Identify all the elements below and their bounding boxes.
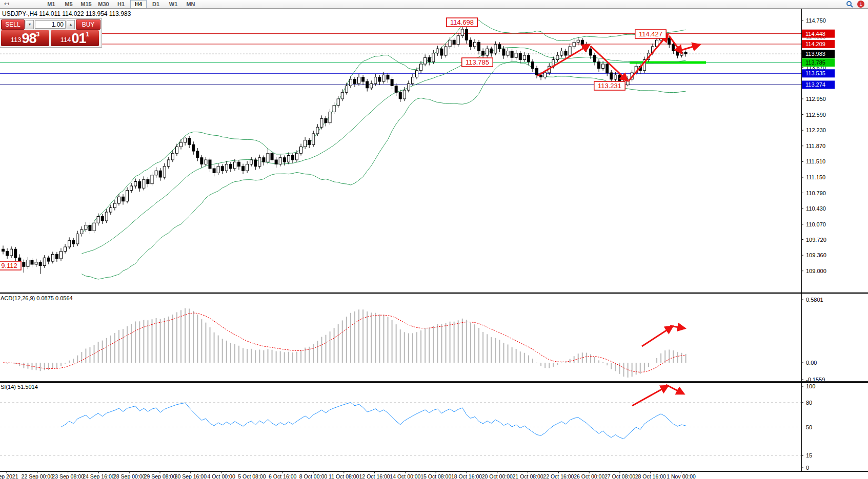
time-tick-label[interactable]: 30 Sep 16:00 <box>175 473 207 479</box>
candle-body <box>51 254 54 261</box>
candle-body <box>424 57 427 64</box>
bid-price-display[interactable]: 113 98 3 <box>1 30 49 46</box>
time-tick-label[interactable]: 26 Oct 00:00 <box>574 473 604 479</box>
price-tick-label: 111.510 <box>806 158 825 164</box>
macd-label: ACD(12,26,9) 0.0875 0.0564 <box>1 295 73 301</box>
candle-body <box>337 99 339 106</box>
candle-body <box>469 40 472 47</box>
time-tick-label[interactable]: 22 Sep 00:00 <box>22 473 54 479</box>
sell-button[interactable]: SELL <box>1 19 25 30</box>
chart-canvas[interactable]: 114.698114.427113.785113.2319.112114.750… <box>0 0 868 479</box>
candle-body <box>246 164 249 171</box>
candle-body <box>188 138 191 145</box>
price-tick-label: 110.790 <box>806 190 826 196</box>
candle-body <box>395 86 397 93</box>
time-tick-label[interactable]: 24 Sep 16:00 <box>83 473 115 479</box>
time-tick-label[interactable]: 28 Sep 00:00 <box>113 473 146 479</box>
time-tick-label[interactable]: 6 Oct 16:00 <box>269 473 296 479</box>
time-tick-label[interactable]: 28 Oct 16:00 <box>635 473 666 479</box>
time-tick-label[interactable]: 5 Oct 08:00 <box>238 473 266 479</box>
candle-body <box>225 164 228 171</box>
buy-button[interactable]: BUY <box>76 19 100 30</box>
time-tick-label[interactable]: 12 Oct 16:00 <box>359 473 390 479</box>
candle-body <box>358 77 360 84</box>
price-tick-label: 109.000 <box>806 268 826 274</box>
rsi-tick-label: 0 <box>806 465 809 471</box>
candle-body <box>72 240 75 244</box>
candle-body <box>445 47 447 55</box>
candle-body <box>403 90 406 99</box>
candle-body <box>155 171 157 175</box>
time-tick-label[interactable]: 1 Nov 00:00 <box>667 473 696 479</box>
price-tick-label: 112.590 <box>806 112 826 118</box>
candle-body <box>482 51 485 56</box>
macd-tick-label: 0.5801 <box>806 297 823 303</box>
candle-body <box>416 71 418 77</box>
volume-decrease-button[interactable]: ▼ <box>26 20 34 29</box>
candle-body <box>175 147 178 154</box>
candle-body <box>684 52 687 54</box>
candle-body <box>461 29 463 36</box>
time-tick-label[interactable]: 29 Sep 08:00 <box>144 473 176 479</box>
time-tick-label[interactable]: 8 Oct 00:00 <box>299 473 327 479</box>
candle-body <box>31 260 33 265</box>
candle-body <box>109 208 112 213</box>
time-tick-label[interactable]: 15 Oct 08:00 <box>420 473 451 479</box>
rsi-tick-label: 15 <box>806 452 812 459</box>
price-badge-label: 113.535 <box>805 70 825 76</box>
price-badge-label: 113.983 <box>805 51 825 57</box>
price-flag-text: 114.427 <box>639 30 662 38</box>
candle-body <box>353 79 356 84</box>
candle-body <box>411 77 414 84</box>
candle-body <box>221 166 224 171</box>
candle-body <box>134 182 137 186</box>
time-tick-label[interactable]: 27 Oct 08:00 <box>604 473 635 479</box>
candle-body <box>229 164 232 169</box>
candle-body <box>527 55 530 62</box>
candle-body <box>498 45 501 49</box>
mt4-terminal: { "toolbar": { "new_order_label": "新订单",… <box>0 0 868 479</box>
volume-input[interactable] <box>35 20 66 29</box>
candle-body <box>606 64 609 73</box>
time-tick-label[interactable]: 18 Oct 16:00 <box>451 473 482 479</box>
candle-body <box>391 79 393 86</box>
bid-point: 3 <box>36 32 40 37</box>
candle-body <box>465 29 468 40</box>
candle-body <box>374 77 377 84</box>
candle-body <box>85 225 87 230</box>
candle-body <box>237 162 240 166</box>
time-tick-label[interactable]: 4 Oct 00:00 <box>207 473 235 479</box>
candle-body <box>531 62 534 69</box>
bid-figure: 113 <box>11 35 22 45</box>
volume-increase-button[interactable]: ▲ <box>67 20 75 29</box>
candle-body <box>672 45 675 51</box>
time-tick-label[interactable]: 14 Oct 00:00 <box>390 473 420 479</box>
price-tick-label: 112.230 <box>806 127 826 133</box>
candle-body <box>200 158 203 164</box>
time-tick-label[interactable]: 20 Oct 00:00 <box>482 473 513 479</box>
candle-body <box>167 160 170 166</box>
candle-body <box>523 55 526 60</box>
candle-body <box>192 144 195 151</box>
candle-body <box>143 179 145 188</box>
candle-body <box>93 223 95 231</box>
candle-body <box>432 53 435 62</box>
time-tick-label[interactable]: 22 Oct 16:00 <box>543 473 574 479</box>
price-tick-label: 109.360 <box>806 252 826 258</box>
one-click-trading-widget: SELL ▼ ▲ BUY 113 98 3 114 01 1 <box>0 18 102 48</box>
candle-body <box>420 64 422 71</box>
candle-body <box>507 51 509 56</box>
candle-body <box>287 156 290 162</box>
candle-body <box>668 38 671 45</box>
time-tick-label[interactable]: 21 Oct 08:00 <box>513 473 543 479</box>
time-tick-label[interactable]: Sep 2021 <box>0 473 18 479</box>
time-tick-label[interactable]: 11 Oct 08:00 <box>329 473 359 479</box>
ask-price-display[interactable]: 114 01 1 <box>51 30 99 46</box>
time-tick-label[interactable]: 23 Sep 08:00 <box>52 473 84 479</box>
price-tick-label: 109.720 <box>806 237 826 243</box>
candle-body <box>573 43 575 47</box>
candle-body <box>478 43 480 51</box>
chart-ohlc-info: USDJPY-,H4 114.011 114.022 113.954 113.9… <box>2 10 131 17</box>
candle-body <box>138 182 141 189</box>
candle-body <box>349 79 352 86</box>
